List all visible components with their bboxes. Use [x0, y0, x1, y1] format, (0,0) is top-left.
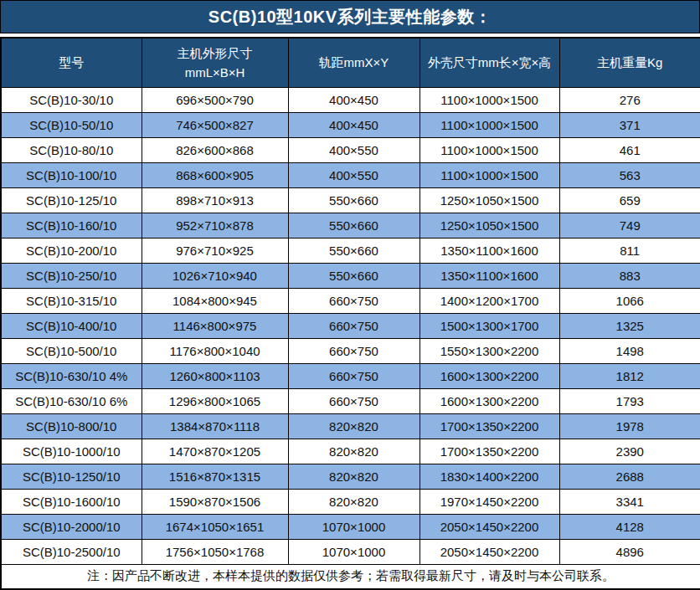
column-header-main-dimensions-line1: 主机外形尺寸	[144, 44, 286, 63]
table-header-row: 型号 主机外形尺寸 mmL×B×H 轨距mmX×Y 外壳尺寸mm长×宽×高 主机…	[1, 38, 700, 87]
table-row: SC(B)10-125/10898×710×913550×6601250×105…	[1, 187, 700, 213]
table-cell: 4896	[559, 539, 700, 564]
table-cell: 660×750	[288, 388, 419, 413]
spec-table: 型号 主机外形尺寸 mmL×B×H 轨距mmX×Y 外壳尺寸mm长×宽×高 主机…	[0, 37, 700, 590]
table-cell: SC(B)10-1600/10	[1, 489, 142, 514]
table-cell: SC(B)10-80/10	[1, 137, 142, 162]
table-cell: 1550×1300×2200	[419, 338, 559, 363]
table-cell: 820×820	[288, 413, 419, 439]
table-cell: 868×600×905	[142, 162, 288, 187]
column-header-main-dimensions-line2: mmL×B×H	[144, 63, 286, 82]
table-cell: 1793	[559, 388, 700, 413]
table-cell: 820×820	[288, 464, 419, 489]
table-cell: 1084×800×945	[142, 288, 288, 313]
table-cell: 1470×870×1205	[142, 439, 288, 464]
table-cell: 1325	[559, 313, 700, 338]
column-header-shell-dimensions: 外壳尺寸mm长×宽×高	[419, 38, 559, 87]
table-cell: 1100×1000×1500	[419, 162, 559, 187]
table-cell: 276	[559, 87, 700, 112]
table-cell: 1700×1350×2200	[419, 413, 559, 439]
table-cell: 660×750	[288, 288, 419, 313]
table-cell: 659	[559, 187, 700, 213]
table-cell: 1250×1050×1500	[419, 187, 559, 213]
table-cell: SC(B)10-160/10	[1, 213, 142, 238]
table-cell: SC(B)10-400/10	[1, 313, 142, 338]
table-cell: 400×550	[288, 162, 419, 187]
table-cell: SC(B)10-2000/10	[1, 514, 142, 539]
table-row: SC(B)10-1000/101470×870×1205820×8201700×…	[1, 439, 700, 464]
table-body: SC(B)10-30/10696×500×790400×4501100×1000…	[1, 87, 700, 564]
table-cell: 461	[559, 137, 700, 162]
table-cell: 1600×1300×2200	[419, 388, 559, 413]
column-header-main-dimensions: 主机外形尺寸 mmL×B×H	[142, 38, 288, 87]
table-row: SC(B)10-100/10868×600×905400×5501100×100…	[1, 162, 700, 187]
table-row: SC(B)10-250/101026×710×940550×6601350×11…	[1, 263, 700, 288]
table-row: SC(B)10-30/10696×500×790400×4501100×1000…	[1, 87, 700, 112]
table-cell: 1812	[559, 363, 700, 388]
table-cell: 820×820	[288, 439, 419, 464]
table-row: SC(B)10-630/10 6%1296×800×1065660×750160…	[1, 388, 700, 413]
table-cell: 1978	[559, 413, 700, 439]
table-cell: 1498	[559, 338, 700, 363]
table-cell: 1260×800×1103	[142, 363, 288, 388]
table-cell: 660×750	[288, 313, 419, 338]
table-cell: SC(B)10-630/10 6%	[1, 388, 142, 413]
spec-sheet-page: SC(B)10型10KV系列主要性能参数： 型号 主机外形尺寸 mmL×B×H …	[0, 0, 700, 590]
table-cell: SC(B)10-1250/10	[1, 464, 142, 489]
table-cell: 1066	[559, 288, 700, 313]
table-cell: 550×660	[288, 213, 419, 238]
table-cell: 3341	[559, 489, 700, 514]
table-row: SC(B)10-800/101384×870×1118820×8201700×1…	[1, 413, 700, 439]
table-cell: 1296×800×1065	[142, 388, 288, 413]
table-cell: SC(B)10-125/10	[1, 187, 142, 213]
table-cell: 2050×1450×2200	[419, 539, 559, 564]
table-cell: 563	[559, 162, 700, 187]
table-cell: SC(B)10-100/10	[1, 162, 142, 187]
table-row: SC(B)10-200/10976×710×925550×6601350×110…	[1, 238, 700, 263]
table-cell: 371	[559, 112, 700, 137]
table-cell: 550×660	[288, 263, 419, 288]
table-row: SC(B)10-160/10952×710×878550×6601250×105…	[1, 213, 700, 238]
table-cell: 1070×1000	[288, 539, 419, 564]
table-row: SC(B)10-500/101176×800×1040660×7501550×1…	[1, 338, 700, 363]
table-cell: 1830×1400×2200	[419, 464, 559, 489]
table-row: SC(B)10-1600/101590×870×1506820×8201970×…	[1, 489, 700, 514]
table-cell: 660×750	[288, 363, 419, 388]
table-cell: 1100×1000×1500	[419, 137, 559, 162]
table-cell: 952×710×878	[142, 213, 288, 238]
table-cell: SC(B)10-500/10	[1, 338, 142, 363]
table-cell: 1500×1300×1700	[419, 313, 559, 338]
table-cell: 1176×800×1040	[142, 338, 288, 363]
table-row: SC(B)10-2500/101756×1050×17681070×100020…	[1, 539, 700, 564]
table-cell: 1516×870×1315	[142, 464, 288, 489]
table-cell: SC(B)10-315/10	[1, 288, 142, 313]
table-cell: 550×660	[288, 187, 419, 213]
table-row: SC(B)10-315/101084×800×945660×7501400×12…	[1, 288, 700, 313]
column-header-rail-gauge: 轨距mmX×Y	[288, 38, 419, 87]
table-cell: 1400×1200×1700	[419, 288, 559, 313]
column-header-weight: 主机重量Kg	[559, 38, 700, 87]
table-cell: 1674×1050×1651	[142, 514, 288, 539]
table-cell: 1100×1000×1500	[419, 87, 559, 112]
table-header: 型号 主机外形尺寸 mmL×B×H 轨距mmX×Y 外壳尺寸mm长×宽×高 主机…	[1, 38, 700, 87]
table-cell: 1384×870×1118	[142, 413, 288, 439]
table-cell: 400×450	[288, 112, 419, 137]
table-cell: 746×500×827	[142, 112, 288, 137]
table-cell: 550×660	[288, 238, 419, 263]
table-cell: 1070×1000	[288, 514, 419, 539]
table-cell: 1250×1050×1500	[419, 213, 559, 238]
page-title: SC(B)10型10KV系列主要性能参数：	[0, 0, 700, 33]
table-cell: 811	[559, 238, 700, 263]
table-footer: 注：因产品不断改进，本样本提供的数据仅供参考；若需取得最新尺寸，请及时与本公司联…	[1, 564, 700, 589]
footer-row: 注：因产品不断改进，本样本提供的数据仅供参考；若需取得最新尺寸，请及时与本公司联…	[1, 564, 700, 589]
table-cell: SC(B)10-250/10	[1, 263, 142, 288]
table-cell: SC(B)10-30/10	[1, 87, 142, 112]
table-cell: SC(B)10-200/10	[1, 238, 142, 263]
table-cell: 883	[559, 263, 700, 288]
table-row: SC(B)10-630/10 4%1260×800×1103660×750160…	[1, 363, 700, 388]
table-cell: SC(B)10-2500/10	[1, 539, 142, 564]
table-cell: 1350×1100×1600	[419, 238, 559, 263]
table-cell: 749	[559, 213, 700, 238]
table-cell: 696×500×790	[142, 87, 288, 112]
table-cell: SC(B)10-50/10	[1, 112, 142, 137]
